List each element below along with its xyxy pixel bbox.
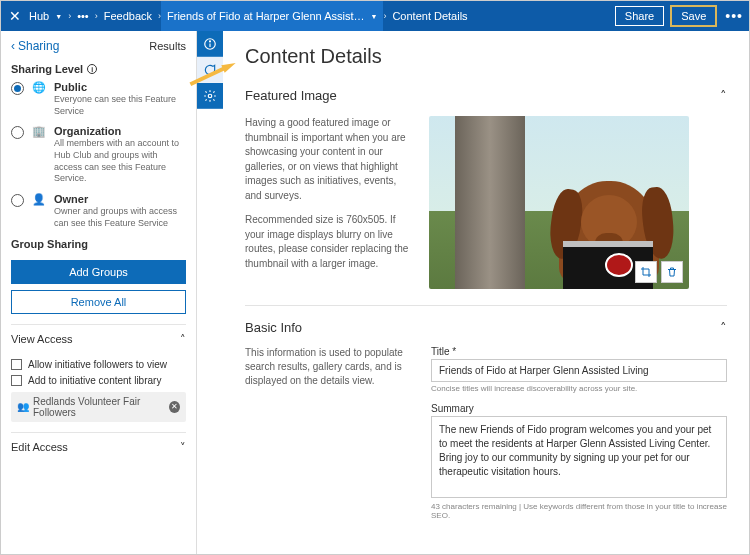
title-label: Title * [431,346,727,357]
building-icon: 🏢 [32,125,46,138]
chevron-down-icon: ˅ [180,441,186,454]
page-title: Content Details [245,45,727,68]
chevron-up-icon: ˄ [180,333,186,346]
featured-image [429,116,727,289]
view-access-accordion[interactable]: View Access ˄ [11,324,186,354]
radio-icon[interactable] [11,194,24,207]
content-panel: Content Details Featured Image ˄ Having … [223,31,749,554]
thumbnail-preview [429,116,689,289]
vertical-tabs [197,31,223,554]
sharing-level-label: Sharing Level i [11,63,186,75]
chevron-right-icon: › [95,11,98,21]
people-icon: 👥 [17,401,29,412]
chevron-right-icon: › [68,11,71,21]
group-sharing-label: Group Sharing [11,238,186,250]
caret-down-icon: ▼ [370,13,377,20]
svg-point-2 [210,40,211,41]
tab-settings[interactable] [197,83,223,109]
title-input[interactable] [431,359,727,382]
crumb-hub[interactable]: Hub▼ [23,1,68,31]
chevron-up-icon: ˄ [720,88,727,103]
allow-followers-checkbox[interactable]: Allow initiative followers to view [11,359,186,370]
caret-down-icon: ▼ [55,13,62,20]
summary-label: Summary [431,403,727,414]
close-icon[interactable]: ✕ [7,8,23,24]
summary-hint: 43 characters remaining | Use keywords d… [431,502,727,520]
crumb-ellipsis[interactable]: ••• [71,1,95,31]
checkbox-icon[interactable] [11,375,22,386]
delete-image-button[interactable] [661,261,683,283]
person-icon: 👤 [32,193,46,206]
add-library-checkbox[interactable]: Add to initiative content library [11,375,186,386]
more-menu-icon[interactable]: ••• [725,8,743,24]
info-icon[interactable]: i [87,64,97,74]
svg-point-3 [208,94,212,98]
summary-textarea[interactable] [431,416,727,498]
share-button[interactable]: Share [615,6,664,26]
sharing-owner[interactable]: 👤 Owner Owner and groups with access can… [11,193,186,229]
save-button[interactable]: Save [670,5,717,27]
crumb-feedback[interactable]: Feedback [98,1,158,31]
radio-icon[interactable] [11,126,24,139]
add-groups-button[interactable]: Add Groups [11,260,186,284]
chevron-right-icon: › [383,11,386,21]
sidebar: ‹ Sharing Results Sharing Level i 🌐 Publ… [1,31,197,554]
basic-info-section[interactable]: Basic Info ˄ [245,314,727,342]
remove-all-button[interactable]: Remove All [11,290,186,314]
checkbox-icon[interactable] [11,359,22,370]
edit-access-accordion[interactable]: Edit Access ˅ [11,432,186,462]
radio-icon[interactable] [11,82,24,95]
remove-chip-icon[interactable]: ✕ [169,401,180,413]
featured-image-help: Having a good featured image or thumbnai… [245,116,415,289]
chevron-right-icon: › [158,11,161,21]
tab-info[interactable] [197,31,223,57]
top-nav: ✕ Hub▼ › ••• › Feedback › Friends of Fid… [1,1,749,31]
basic-info-help: This information is used to populate sea… [245,346,415,520]
back-sharing[interactable]: ‹ Sharing [11,39,59,53]
chevron-up-icon: ˄ [720,320,727,335]
globe-icon: 🌐 [32,81,46,94]
results-label: Results [149,40,186,52]
crop-image-button[interactable] [635,261,657,283]
crumb-content-details[interactable]: Content Details [386,1,473,31]
title-hint: Concise titles will increase discoverabi… [431,384,727,393]
sharing-organization[interactable]: 🏢 Organization All members with an accou… [11,125,186,185]
featured-image-section[interactable]: Featured Image ˄ [245,82,727,110]
group-chip: 👥 Redlands Volunteer Fair Followers ✕ [11,392,186,422]
chevron-left-icon: ‹ [11,39,15,53]
sharing-public[interactable]: 🌐 Public Everyone can see this Feature S… [11,81,186,117]
crumb-item[interactable]: Friends of Fido at Harper Glenn Assist…▼ [161,1,383,31]
